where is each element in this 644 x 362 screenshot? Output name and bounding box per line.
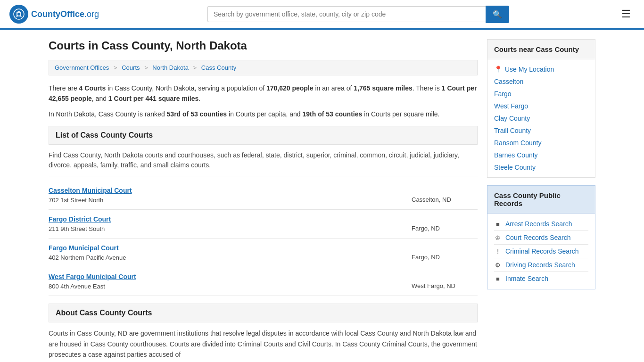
list-item: Traill County <box>494 124 588 137</box>
list-item: Fargo <box>494 88 588 100</box>
nearby-link-traill[interactable]: Traill County <box>494 127 531 134</box>
nearby-link-steele[interactable]: Steele County <box>494 164 536 171</box>
logo-area: CountyOffice.org <box>9 5 99 24</box>
breadcrumb-sep3: > <box>193 64 197 71</box>
public-records-header: Cass County Public Records <box>487 185 595 214</box>
courts-list: Casselton Municipal Court 702 1st Street… <box>49 181 478 296</box>
sidebar: Courts near Cass County 📍 Use My Locatio… <box>487 39 595 362</box>
court-records-icon: ♔ <box>494 234 502 241</box>
list-item: ■ Arrest Records Search <box>494 217 588 231</box>
nearby-link-ransom[interactable]: Ransom County <box>494 139 541 147</box>
court-address: 211 9th Street South <box>49 225 105 232</box>
list-item: Barnes County <box>494 149 588 161</box>
breadcrumb: Government Offices > Courts > North Dako… <box>49 60 478 75</box>
about-text: Courts in Cass County, ND are government… <box>49 322 478 362</box>
per-sq: 1 Court per 441 square miles <box>108 95 198 102</box>
breadcrumb-link-nd[interactable]: North Dakota <box>152 64 189 71</box>
hamburger-icon: ☰ <box>621 8 631 20</box>
svg-point-1 <box>17 13 20 16</box>
court-records-link[interactable]: Court Records Search <box>505 234 571 241</box>
list-item: ⚙ Driving Records Search <box>494 258 588 272</box>
court-item-left: Casselton Municipal Court 702 1st Street… <box>49 187 412 204</box>
court-count: 4 Courts <box>79 84 106 92</box>
search-area: 🔍 <box>207 6 509 23</box>
arrest-records-link[interactable]: Arrest Records Search <box>505 220 572 228</box>
breadcrumb-link-courts[interactable]: Courts <box>122 64 140 71</box>
nearby-link-fargo[interactable]: Fargo <box>494 90 512 98</box>
content-wrapper: Courts in Cass County, North Dakota Gove… <box>39 30 605 362</box>
court-location: Fargo, ND <box>412 244 478 261</box>
table-row: Fargo District Court 211 9th Street Sout… <box>49 210 478 239</box>
driving-records-link[interactable]: Driving Records Search <box>505 261 575 269</box>
public-records-links: ■ Arrest Records Search ♔ Court Records … <box>487 214 595 289</box>
list-item: Casselton <box>494 75 588 88</box>
about-header: About Cass County Courts <box>49 304 478 322</box>
area: 1,765 square miles <box>354 84 413 92</box>
nearby-link-barnes[interactable]: Barnes County <box>494 151 538 159</box>
court-name-link[interactable]: West Fargo Municipal Court <box>49 273 412 280</box>
breadcrumb-sep1: > <box>114 64 117 71</box>
court-name-link[interactable]: Casselton Municipal Court <box>49 187 412 194</box>
table-row: Casselton Municipal Court 702 1st Street… <box>49 181 478 210</box>
rank1: 53rd of 53 counties <box>167 110 227 118</box>
logo-suffix: .org <box>84 9 99 19</box>
nearby-link-casselton[interactable]: Casselton <box>494 78 523 85</box>
list-section-header: List of Cass County Courts <box>49 126 478 145</box>
page-title: Courts in Cass County, North Dakota <box>49 39 478 52</box>
driving-records-icon: ⚙ <box>494 262 502 269</box>
list-item: West Fargo <box>494 100 588 112</box>
info-text: There are 4 Courts in Cass County, North… <box>49 83 478 119</box>
court-name-link[interactable]: Fargo District Court <box>49 215 412 223</box>
logo-brand: CountyOffice <box>31 9 84 19</box>
logo-text[interactable]: CountyOffice.org <box>31 9 99 19</box>
breadcrumb-link-cass[interactable]: Cass County <box>201 64 236 71</box>
header: CountyOffice.org 🔍 ☰ <box>0 0 644 30</box>
criminal-records-icon: ! <box>494 248 502 255</box>
use-my-location-link[interactable]: Use My Location <box>505 66 554 73</box>
table-row: Fargo Municipal Court 402 Northern Pacif… <box>49 239 478 267</box>
arrest-icon: ■ <box>494 221 502 228</box>
breadcrumb-sep2: > <box>144 64 148 71</box>
courts-near-links: 📍 Use My Location Casselton Fargo West F… <box>487 59 595 178</box>
main-content: Courts in Cass County, North Dakota Gove… <box>49 39 478 362</box>
court-item-left: West Fargo Municipal Court 800 4th Avenu… <box>49 273 412 290</box>
list-item: Steele County <box>494 161 588 173</box>
search-button[interactable]: 🔍 <box>486 6 509 23</box>
inmate-icon: ■ <box>494 275 502 282</box>
menu-button[interactable]: ☰ <box>618 6 635 22</box>
list-description: Find Cass County, North Dakota courts an… <box>49 145 478 176</box>
court-address: 702 1st Street North <box>49 197 103 204</box>
search-input[interactable] <box>207 6 486 22</box>
court-location: West Fargo, ND <box>412 273 478 289</box>
rank2: 19th of 53 counties <box>302 110 362 118</box>
about-section: About Cass County Courts Courts in Cass … <box>49 304 478 362</box>
table-row: West Fargo Municipal Court 800 4th Avenu… <box>49 267 478 296</box>
criminal-records-link[interactable]: Criminal Records Search <box>505 247 579 255</box>
court-address: 800 4th Avenue East <box>49 283 105 290</box>
list-item: Clay County <box>494 112 588 124</box>
population: 170,620 people <box>266 84 314 92</box>
courts-near-header: Courts near Cass County <box>487 39 595 59</box>
logo-icon <box>9 5 28 24</box>
court-address: 402 Northern Pacific Avenue <box>49 254 126 261</box>
list-item: ■ Inmate Search <box>494 272 588 285</box>
search-icon: 🔍 <box>493 10 502 18</box>
nearby-link-westfargo[interactable]: West Fargo <box>494 102 528 110</box>
list-item: ! Criminal Records Search <box>494 245 588 258</box>
court-item-left: Fargo District Court 211 9th Street Sout… <box>49 215 412 232</box>
use-my-location-item: 📍 Use My Location <box>494 63 588 75</box>
court-location: Fargo, ND <box>412 215 478 232</box>
breadcrumb-link-govt[interactable]: Government Offices <box>55 64 109 71</box>
list-item: Ransom County <box>494 137 588 149</box>
location-icon: 📍 <box>494 66 502 73</box>
inmate-search-link[interactable]: Inmate Search <box>505 275 548 282</box>
nearby-link-claycounty[interactable]: Clay County <box>494 115 530 122</box>
list-item: ♔ Court Records Search <box>494 231 588 245</box>
court-name-link[interactable]: Fargo Municipal Court <box>49 244 412 252</box>
court-item-left: Fargo Municipal Court 402 Northern Pacif… <box>49 244 412 261</box>
court-location: Casselton, ND <box>412 187 478 203</box>
